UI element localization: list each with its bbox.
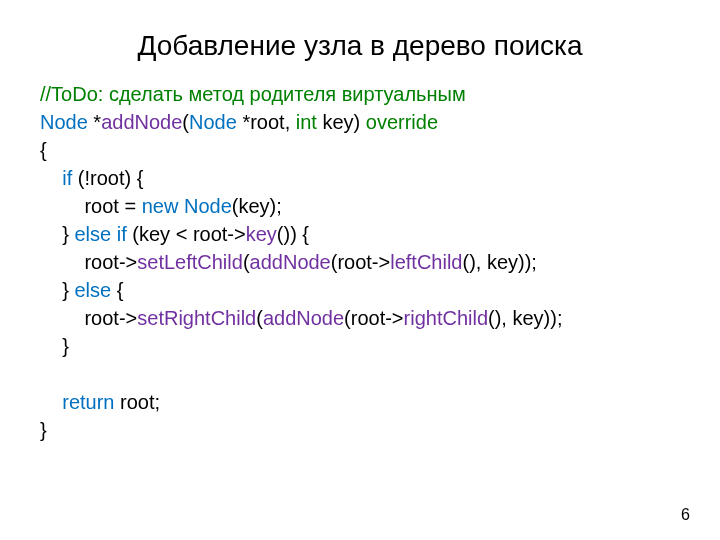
code-text: { — [111, 279, 123, 301]
code-text: (), key)); — [462, 251, 536, 273]
page-number: 6 — [681, 506, 690, 524]
code-text — [40, 223, 62, 245]
code-text: ()) { — [277, 223, 309, 245]
code-keyword: return — [62, 391, 114, 413]
code-func: addNode — [101, 111, 182, 133]
code-text: { — [40, 139, 47, 161]
code-type: Node — [184, 195, 232, 217]
code-text: } — [40, 419, 47, 441]
code-keyword: new — [142, 195, 179, 217]
code-text: root; — [114, 391, 160, 413]
slide-title: Добавление узла в дерево поиска — [40, 30, 680, 62]
code-text — [40, 307, 84, 329]
code-text: * — [88, 111, 101, 133]
code-member: addNode — [263, 307, 344, 329]
code-block: //ToDo: сделать метод родителя виртуальн… — [40, 80, 680, 444]
code-type: int — [296, 111, 317, 133]
code-type: Node — [189, 111, 237, 133]
code-text — [40, 167, 62, 189]
code-text: (), key)); — [488, 307, 562, 329]
code-text: key) — [317, 111, 366, 133]
code-type: Node — [40, 111, 88, 133]
code-text — [40, 195, 84, 217]
code-comment: //ToDo: сделать метод родителя виртуальн… — [40, 83, 466, 105]
slide: Добавление узла в дерево поиска //ToDo: … — [0, 0, 720, 540]
code-text: root-> — [84, 251, 137, 273]
code-keyword: else — [74, 223, 111, 245]
code-text — [40, 251, 84, 273]
code-text: (key); — [232, 195, 282, 217]
code-keyword: if — [62, 167, 72, 189]
code-text: ( — [243, 251, 250, 273]
code-text: (key < root-> — [127, 223, 246, 245]
code-text — [40, 391, 62, 413]
code-text: } — [62, 279, 74, 301]
code-member: addNode — [250, 251, 331, 273]
code-member: leftChild — [390, 251, 462, 273]
code-text: ( — [182, 111, 189, 133]
code-text: (root-> — [344, 307, 403, 329]
code-keyword: if — [117, 223, 127, 245]
code-text — [40, 279, 62, 301]
code-text: ( — [256, 307, 263, 329]
code-member: setRightChild — [137, 307, 256, 329]
code-keyword: override — [366, 111, 438, 133]
code-member: rightChild — [404, 307, 488, 329]
code-text: (root-> — [331, 251, 390, 273]
code-text: } — [62, 223, 74, 245]
code-member: key — [246, 223, 277, 245]
code-text: (!root) { — [72, 167, 143, 189]
code-text: *root, — [237, 111, 296, 133]
code-member: setLeftChild — [137, 251, 243, 273]
code-text: } — [40, 335, 69, 357]
code-text: root-> — [84, 307, 137, 329]
code-keyword: else — [74, 279, 111, 301]
code-text: root = — [84, 195, 141, 217]
